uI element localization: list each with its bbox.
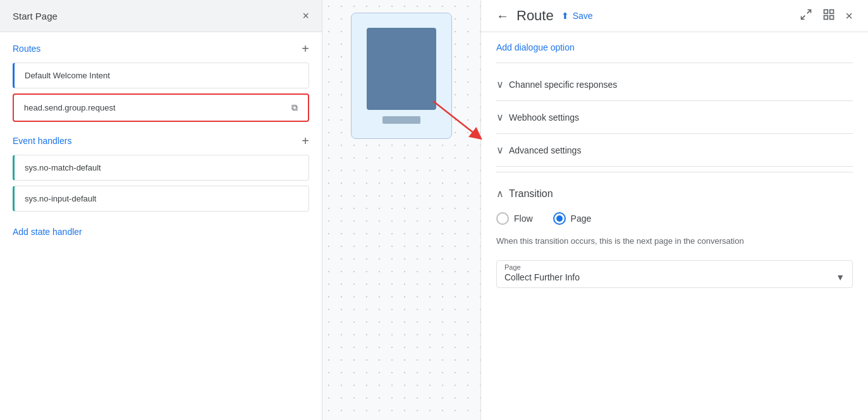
transition-chevron-up: ∧ (496, 188, 504, 200)
event-handlers-section: Event handlers + sys.no-match-default sy… (13, 135, 309, 212)
event-item-no-input[interactable]: sys.no-input-default (13, 186, 309, 212)
transition-section: ∧ Transition Flow Page When this transit… (496, 177, 853, 298)
event-handlers-title: Event handlers (13, 136, 71, 146)
right-panel-body: Add dialogue option ∨ Channel specific r… (481, 32, 868, 420)
routes-section-title: Routes (13, 44, 40, 54)
left-panel: Start Page × Routes + Default Welcome In… (0, 0, 322, 420)
route-item-selected-label: head.send.group.request (24, 103, 116, 112)
transition-title: ∧ Transition (496, 188, 853, 200)
canvas-area (322, 0, 480, 420)
left-panel-close-button[interactable]: × (302, 10, 309, 21)
flow-radio-option[interactable]: Flow (496, 212, 533, 225)
add-state-handler-button[interactable]: Add state handler (13, 227, 82, 237)
advanced-settings-header[interactable]: ∨ Advanced settings (496, 144, 853, 156)
page-field-label: Page (504, 263, 845, 271)
route-item-label: Default Welcome Intent (25, 71, 110, 80)
event-item-no-input-label: sys.no-input-default (25, 194, 96, 203)
webhook-settings-header[interactable]: ∨ Webhook settings (496, 111, 853, 123)
right-panel-header: ← Route ⬆ Save × (481, 0, 868, 32)
right-panel-close-button[interactable]: × (845, 9, 853, 23)
channel-specific-chevron: ∨ (496, 78, 504, 90)
event-item-no-match[interactable]: sys.no-match-default (13, 155, 309, 181)
page-card-inner (367, 28, 436, 110)
webhook-settings-chevron: ∨ (496, 111, 504, 123)
page-radio-circle (553, 212, 566, 225)
save-button[interactable]: ⬆ Save (561, 11, 593, 21)
transition-label: Transition (509, 188, 553, 200)
advanced-settings-section: ∨ Advanced settings (496, 134, 853, 167)
route-item-selected[interactable]: head.send.group.request ⧉ (13, 93, 309, 122)
channel-specific-section: ∨ Channel specific responses (496, 68, 853, 101)
canvas-wrapper (351, 13, 452, 139)
event-item-no-match-label: sys.no-match-default (25, 163, 101, 172)
svg-rect-2 (824, 15, 828, 19)
right-panel: ← Route ⬆ Save × Add dialogue option (480, 0, 868, 420)
back-arrow-icon[interactable]: ← (496, 9, 509, 23)
right-header-left: ← Route ⬆ Save (496, 8, 593, 24)
page-radio-option[interactable]: Page (553, 212, 592, 225)
webhook-settings-section: ∨ Webhook settings (496, 101, 853, 134)
tile-button[interactable] (822, 8, 835, 24)
add-dialogue-button[interactable]: Add dialogue option (496, 32, 575, 57)
save-upload-icon: ⬆ (561, 11, 569, 21)
left-panel-body: Routes + Default Welcome Intent head.sen… (0, 32, 322, 420)
flow-radio-label: Flow (514, 213, 533, 224)
add-event-handler-button[interactable]: + (302, 135, 309, 147)
left-panel-header: Start Page × (0, 0, 322, 32)
divider-2 (496, 172, 853, 172)
expand-button[interactable] (800, 8, 812, 24)
flow-radio-circle (496, 212, 509, 225)
event-handlers-section-header: Event handlers + (13, 135, 309, 147)
page-field-container: Page Collect Further Info ▼ (496, 260, 853, 288)
svg-rect-3 (830, 15, 834, 19)
advanced-settings-label: Advanced settings (509, 145, 581, 155)
right-panel-title: Route (517, 8, 554, 24)
page-field-value: Collect Further Info (504, 272, 580, 282)
transition-radio-group: Flow Page (496, 212, 853, 225)
page-card-footer (382, 116, 420, 124)
transition-description: When this transition occurs, this is the… (496, 235, 853, 248)
copy-icon: ⧉ (291, 102, 298, 113)
channel-specific-label: Channel specific responses (509, 80, 617, 90)
right-header-right: × (800, 8, 853, 24)
page-radio-label: Page (571, 213, 592, 224)
divider-1 (496, 63, 853, 63)
webhook-settings-label: Webhook settings (509, 112, 579, 123)
page-field-dropdown-icon[interactable]: ▼ (836, 272, 845, 282)
advanced-settings-chevron: ∨ (496, 144, 504, 156)
route-item-default[interactable]: Default Welcome Intent (13, 63, 309, 88)
channel-specific-header[interactable]: ∨ Channel specific responses (496, 78, 853, 90)
red-arrow (427, 95, 490, 145)
routes-section-header: Routes + (13, 42, 309, 55)
save-label: Save (573, 11, 593, 21)
svg-rect-0 (824, 9, 828, 13)
left-panel-title: Start Page (13, 11, 58, 21)
svg-rect-1 (830, 9, 834, 13)
add-route-button[interactable]: + (302, 42, 309, 55)
